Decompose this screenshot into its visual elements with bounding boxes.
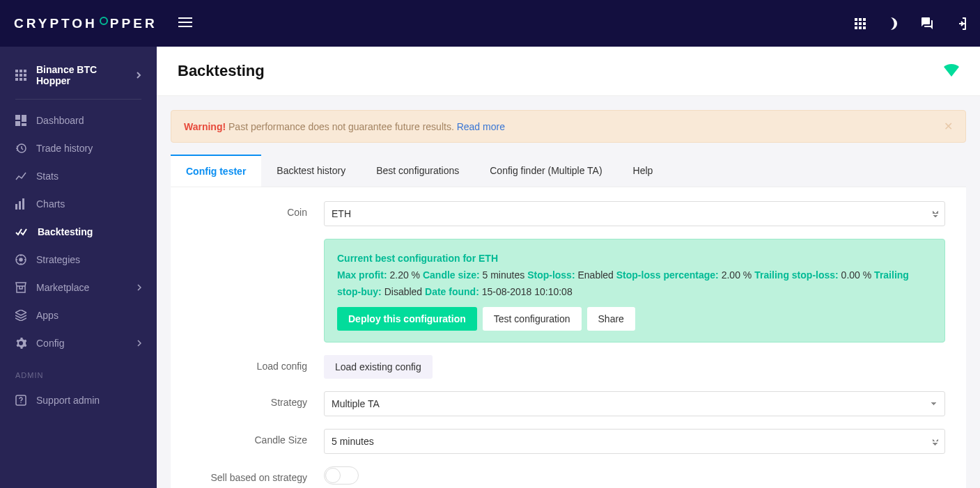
logo[interactable]: CRYPTOHPPER — [14, 16, 157, 31]
svg-rect-14 — [24, 74, 26, 77]
chevron-right-icon — [137, 284, 141, 291]
trailing-stop-loss-label: Trailing stop-loss: — [754, 269, 839, 281]
connection-status[interactable] — [944, 64, 959, 79]
menu-toggle-button[interactable] — [178, 17, 192, 29]
trailing-stop-loss-value: 0.00 % — [839, 269, 874, 281]
toggle-knob — [325, 468, 341, 483]
sell-strategy-toggle[interactable] — [324, 466, 359, 485]
svg-rect-16 — [20, 78, 22, 81]
messages-button[interactable] — [920, 17, 933, 30]
test-config-button[interactable]: Test configuration — [483, 307, 582, 331]
hamburger-icon — [178, 17, 192, 27]
sidebar-item-config[interactable]: Config — [0, 329, 157, 357]
best-config-box: Current best configuration for ETH Max p… — [324, 239, 945, 343]
svg-rect-12 — [15, 74, 18, 77]
alert-close-button[interactable]: ✕ — [944, 120, 953, 133]
wifi-icon — [944, 64, 959, 77]
sidebar-item-backtesting[interactable]: Backtesting — [0, 218, 157, 246]
stop-loss-value: Enabled — [575, 269, 616, 281]
svg-rect-20 — [15, 121, 20, 126]
nav-label: Dashboard — [36, 115, 84, 126]
page-title: Backtesting — [178, 62, 265, 80]
history-icon — [15, 143, 26, 154]
dashboard-icon — [15, 115, 26, 126]
load-config-label: Load config — [192, 355, 324, 372]
tab-backtest-history[interactable]: Backtest history — [261, 155, 361, 187]
load-existing-config-button[interactable]: Load existing config — [324, 355, 433, 379]
strategies-icon — [15, 254, 26, 265]
sidebar-item-stats[interactable]: Stats — [0, 162, 157, 190]
hopper-name: Binance BTC Hopper — [36, 64, 126, 86]
marketplace-icon — [15, 282, 26, 293]
charts-icon — [15, 198, 26, 210]
svg-rect-11 — [24, 70, 26, 72]
sidebar-item-charts[interactable]: Charts — [0, 190, 157, 218]
coin-select[interactable]: ETH — [324, 201, 945, 226]
chevron-right-icon — [137, 340, 141, 347]
svg-rect-18 — [15, 115, 20, 120]
sidebar-item-trade-history[interactable]: Trade history — [0, 134, 157, 162]
svg-rect-5 — [863, 22, 866, 25]
max-profit-label: Max profit: — [337, 269, 387, 281]
dark-mode-button[interactable] — [887, 17, 899, 30]
page-header: Backtesting — [157, 47, 980, 96]
backtest-icon — [15, 228, 28, 236]
svg-point-27 — [20, 258, 22, 261]
nav-label: Charts — [36, 198, 65, 210]
tab-config-finder[interactable]: Config finder (Multiple TA) — [474, 155, 617, 187]
grid-icon — [855, 18, 866, 29]
deploy-config-button[interactable]: Deploy this configuration — [337, 307, 477, 331]
svg-rect-2 — [863, 18, 866, 21]
grid-icon — [15, 70, 26, 81]
svg-rect-25 — [22, 198, 24, 210]
config-tester-panel: Coin ETH Current best configuration for … — [171, 187, 966, 488]
svg-rect-21 — [22, 123, 26, 126]
stats-icon — [15, 171, 26, 182]
strategy-select[interactable]: Multiple TA — [324, 391, 945, 416]
alert-warn-label: Warning! — [184, 121, 226, 132]
tab-best-configurations[interactable]: Best configurations — [361, 155, 474, 187]
nav-label: Strategies — [36, 254, 80, 265]
candle-size-label: Candle size: — [423, 269, 480, 281]
nav-label: Config — [36, 338, 64, 349]
sidebar: Binance BTC Hopper Dashboard Trade histo… — [0, 47, 157, 488]
svg-rect-6 — [855, 26, 857, 29]
sidebar-item-apps[interactable]: Apps — [0, 301, 157, 329]
nav-label: Marketplace — [36, 282, 89, 293]
svg-rect-13 — [20, 74, 22, 77]
apps-grid-button[interactable] — [855, 18, 866, 29]
alert-text: Past performance does not guarantee futu… — [226, 121, 457, 132]
candle-size-select[interactable]: 5 minutes — [324, 429, 945, 454]
stop-loss-pct-value: 2.00 % — [719, 269, 754, 281]
svg-rect-15 — [15, 78, 18, 81]
alert-read-more-link[interactable]: Read more — [457, 121, 505, 132]
warning-alert: Warning! Past performance does not guara… — [171, 110, 966, 143]
date-found-label: Date found: — [425, 286, 479, 297]
sidebar-item-support-admin[interactable]: Support admin — [0, 386, 157, 414]
svg-rect-3 — [855, 22, 857, 25]
moon-icon — [887, 17, 899, 30]
sidebar-item-strategies[interactable]: Strategies — [0, 246, 157, 274]
nav-label: Support admin — [36, 395, 100, 406]
tabs: Config tester Backtest history Best conf… — [171, 155, 966, 187]
stop-loss-pct-label: Stop-loss percentage: — [616, 269, 719, 281]
svg-rect-7 — [859, 26, 862, 29]
tab-help[interactable]: Help — [618, 155, 669, 187]
candle-size-value: 5 minutes — [480, 269, 527, 281]
max-profit-value: 2.20 % — [387, 269, 423, 281]
sidebar-item-marketplace[interactable]: Marketplace — [0, 274, 157, 301]
best-config-title: Current best configuration for ETH — [337, 251, 932, 267]
gear-icon — [15, 338, 26, 349]
nav-label: Backtesting — [38, 226, 93, 237]
hopper-selector[interactable]: Binance BTC Hopper — [0, 57, 157, 99]
chat-icon — [920, 17, 933, 30]
share-config-button[interactable]: Share — [587, 307, 635, 331]
tab-config-tester[interactable]: Config tester — [171, 155, 261, 187]
topbar: CRYPTOHPPER — [0, 0, 980, 47]
trailing-stop-buy-value: Disabled — [382, 286, 425, 297]
logout-button[interactable] — [954, 17, 966, 30]
svg-rect-17 — [24, 78, 26, 81]
sidebar-item-dashboard[interactable]: Dashboard — [0, 107, 157, 134]
strategy-label: Strategy — [192, 391, 324, 408]
apps-icon — [15, 310, 26, 321]
